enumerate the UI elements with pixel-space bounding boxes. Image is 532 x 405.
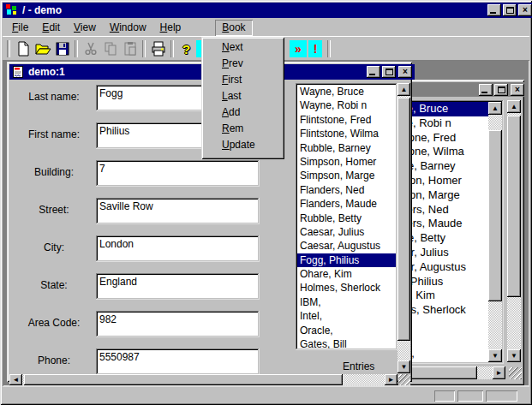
scroll-thumb[interactable] xyxy=(488,130,502,301)
maximize-icon xyxy=(506,7,514,14)
menu-option[interactable]: Rem xyxy=(201,121,284,137)
scroll-track[interactable] xyxy=(507,113,521,349)
back-window-resize-grip[interactable] xyxy=(509,367,522,379)
close-icon: × xyxy=(403,68,408,76)
menu-item[interactable]: File xyxy=(5,20,35,36)
field-input[interactable]: England xyxy=(96,273,260,300)
scroll-down-button[interactable]: ▼ xyxy=(488,349,502,362)
status-panel-2 xyxy=(457,390,483,402)
list-item[interactable]: Rubble, Betty xyxy=(297,211,396,225)
back-minimize-button[interactable] xyxy=(479,84,493,96)
save-button[interactable] xyxy=(52,39,72,59)
back-maximize-button[interactable] xyxy=(494,84,508,96)
scroll-track[interactable] xyxy=(488,115,502,349)
menu-option[interactable]: Next xyxy=(201,39,284,56)
help-button[interactable]: ? xyxy=(176,39,196,59)
scroll-up-button[interactable]: ▲ xyxy=(507,100,521,113)
menu-item[interactable]: Edit xyxy=(35,20,67,36)
down-arrow-icon: ▼ xyxy=(401,364,408,371)
scroll-track[interactable] xyxy=(22,374,385,385)
status-bar xyxy=(3,386,529,403)
front-window-resize-grip[interactable] xyxy=(398,374,410,385)
cut-scissors-icon xyxy=(82,40,99,57)
scroll-left-button[interactable]: ◄ xyxy=(9,374,22,385)
list-item[interactable]: Ohare, Kim xyxy=(297,267,396,281)
menu-item-book[interactable]: Book xyxy=(215,20,252,36)
menu-option[interactable]: First xyxy=(201,72,284,88)
up-arrow-icon: ▲ xyxy=(511,104,517,110)
cut-button[interactable] xyxy=(81,39,100,59)
main-window-title: / - demo xyxy=(22,4,62,16)
list-item[interactable]: Oracle, xyxy=(297,324,396,337)
close-button[interactable]: × xyxy=(518,4,532,16)
list-item[interactable]: Intel, xyxy=(297,309,396,323)
list-item[interactable]: Simpson, Marge xyxy=(297,169,396,182)
back-close-button[interactable]: × xyxy=(511,84,524,96)
status-panel-3 xyxy=(486,390,517,402)
maximize-button[interactable] xyxy=(503,4,517,16)
scroll-up-button[interactable]: ▲ xyxy=(488,102,502,115)
menu-item[interactable]: Window xyxy=(103,20,153,36)
exclamation-icon: ! xyxy=(314,41,318,57)
toolbar-gripper[interactable] xyxy=(7,40,10,57)
paste-button[interactable] xyxy=(120,39,140,59)
front-minimize-button[interactable] xyxy=(367,66,380,78)
menu-option[interactable]: Update xyxy=(201,137,284,153)
list-item[interactable]: Caesar, Augustus xyxy=(297,239,396,253)
scroll-up-button[interactable]: ▲ xyxy=(398,83,410,96)
list-item[interactable]: Rubble, Barney xyxy=(297,141,396,155)
scroll-right-button[interactable]: ► xyxy=(385,374,398,385)
app-icon xyxy=(5,3,19,17)
field-input[interactable]: 982 xyxy=(96,311,260,337)
list-item[interactable]: Wayne, Bruce xyxy=(297,85,396,98)
toolbar-separator xyxy=(142,40,146,57)
maximize-icon xyxy=(386,68,393,75)
menu-bar: FileEditViewWindowHelp Book xyxy=(3,19,532,36)
print-button[interactable] xyxy=(148,39,168,59)
toolbar-separator xyxy=(75,40,78,57)
help-icon: ? xyxy=(182,42,190,57)
right-arrow-icon: ► xyxy=(496,370,503,377)
menu-option[interactable]: Add xyxy=(201,104,284,121)
list-item[interactable]: Caesar, Julius xyxy=(297,225,396,239)
list-item[interactable]: Flanders, Maude xyxy=(297,197,396,211)
minimize-button[interactable] xyxy=(487,4,501,16)
list-item[interactable]: Fogg, Philius xyxy=(297,253,396,267)
scroll-right-button[interactable]: ► xyxy=(493,366,505,379)
field-input[interactable]: Saville Row xyxy=(96,198,260,224)
paste-clipboard-icon xyxy=(122,40,139,57)
field-input[interactable]: London xyxy=(96,235,260,262)
scroll-down-button[interactable]: ▼ xyxy=(507,349,521,362)
list-item[interactable]: Flintstone, Fred xyxy=(297,113,396,127)
new-button[interactable] xyxy=(13,39,33,59)
menu-option[interactable]: Prev xyxy=(201,56,284,72)
list-item[interactable]: IBM, xyxy=(297,295,396,309)
fast-forward-button[interactable]: » xyxy=(290,40,307,57)
list-item[interactable]: Simpson, Homer xyxy=(297,155,396,169)
list-item[interactable]: Flintstone, Wilma xyxy=(297,127,396,140)
front-close-button[interactable]: × xyxy=(398,66,412,78)
menu-option[interactable]: Last xyxy=(201,88,284,104)
execute-button[interactable]: ! xyxy=(308,40,322,57)
open-button[interactable] xyxy=(33,39,52,59)
field-input[interactable]: 7 xyxy=(96,160,260,187)
list-item[interactable]: Flanders, Ned xyxy=(297,183,396,197)
copy-button[interactable] xyxy=(100,39,120,59)
up-arrow-icon: ▲ xyxy=(492,105,499,112)
scroll-thumb[interactable] xyxy=(398,98,410,341)
list-item[interactable]: Wayne, Robi n xyxy=(297,98,396,112)
menu-item[interactable]: Help xyxy=(153,20,188,36)
list-item[interactable]: Gates, Bill xyxy=(297,337,396,348)
scroll-down-button[interactable]: ▼ xyxy=(398,360,410,373)
scroll-track[interactable] xyxy=(398,96,410,360)
field-input[interactable]: 5550987 xyxy=(96,348,260,375)
minimize-icon xyxy=(481,92,487,93)
front-maximize-button[interactable] xyxy=(382,66,396,78)
list-item[interactable]: Holmes, Sherlock xyxy=(297,281,396,295)
entries-label: Entries xyxy=(343,360,374,372)
scroll-thumb[interactable] xyxy=(24,374,343,385)
scroll-thumb[interactable] xyxy=(507,116,521,297)
save-floppy-icon xyxy=(54,40,71,57)
menu-item[interactable]: View xyxy=(67,20,103,36)
field-label: State: xyxy=(12,273,96,300)
